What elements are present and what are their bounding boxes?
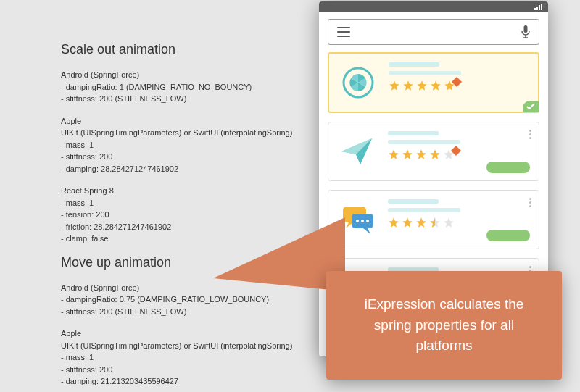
lens-icon: [336, 61, 380, 104]
install-button[interactable]: [486, 162, 530, 173]
status-bar: [319, 1, 548, 12]
section1-android: Android (SpringForce) - dampingRatio: 1 …: [61, 69, 307, 105]
app-card-1[interactable]: [328, 122, 539, 181]
signal-icon: [534, 4, 542, 10]
install-button[interactable]: [486, 230, 530, 241]
svg-point-7: [361, 220, 364, 222]
section1-title: Scale out animation: [61, 42, 307, 57]
title-placeholder: [389, 62, 439, 67]
svg-point-8: [366, 220, 369, 222]
app-card-0[interactable]: [328, 52, 539, 113]
star-rating: [388, 149, 531, 163]
subtitle-placeholder: [388, 208, 460, 212]
svg-point-6: [356, 220, 359, 222]
plane-icon: [336, 130, 379, 173]
star-rating: [389, 80, 531, 94]
app-card-2[interactable]: [328, 190, 539, 249]
title-placeholder: [388, 131, 439, 135]
callout-text: iExpression calculates the spring proper…: [345, 294, 543, 356]
section1-apple: Apple UIKit (UISpringTimingParameters) o…: [61, 115, 307, 175]
mic-icon[interactable]: [521, 25, 530, 38]
svg-rect-0: [524, 25, 528, 33]
title-placeholder: [388, 199, 439, 204]
callout-tail: [213, 217, 345, 291]
section2-apple: Apple UIKit (UISpringTimingParameters) o…: [61, 328, 307, 388]
more-icon[interactable]: [529, 198, 531, 207]
callout-bubble: iExpression calculates the spring proper…: [326, 271, 562, 380]
check-icon: [523, 101, 539, 112]
hamburger-icon[interactable]: [337, 27, 350, 37]
subtitle-placeholder: [388, 140, 460, 144]
subtitle-placeholder: [389, 71, 461, 75]
more-icon[interactable]: [529, 130, 531, 139]
star-rating: [388, 217, 531, 231]
search-bar[interactable]: [328, 19, 539, 45]
